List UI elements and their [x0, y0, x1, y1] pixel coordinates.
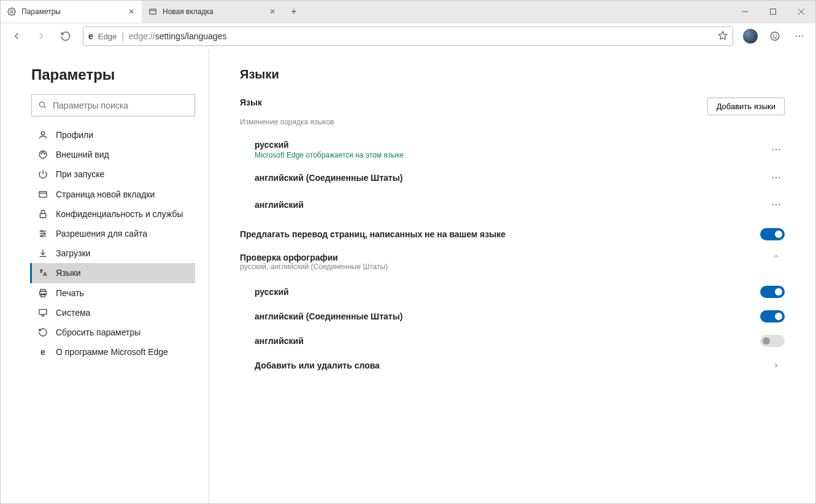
- sidebar-item-downloads[interactable]: Загрузки: [30, 243, 195, 263]
- svg-point-8: [771, 32, 779, 40]
- sidebar-item-reset[interactable]: Сбросить параметры: [30, 323, 195, 342]
- close-icon[interactable]: ✕: [127, 7, 136, 16]
- sidebar-item-label: О программе Microsoft Edge: [56, 346, 189, 357]
- svg-point-16: [41, 132, 44, 135]
- monitor-icon: [37, 307, 48, 318]
- sidebar-item-print[interactable]: Печать: [30, 283, 195, 303]
- svg-line-15: [44, 106, 46, 108]
- svg-rect-1: [150, 9, 156, 14]
- sidebar-item-label: Загрузки: [56, 248, 189, 259]
- sidebar-title: Параметры: [31, 66, 195, 83]
- settings-sidebar: Параметры Профили Внешний вид При запуск…: [1, 49, 209, 503]
- tab-newtab[interactable]: Новая вкладка ✕: [142, 1, 283, 23]
- page-title: Языки: [240, 67, 785, 82]
- settings-main: Языки Язык Добавить языки Изменение поря…: [209, 49, 815, 503]
- page-icon: [148, 7, 158, 17]
- add-languages-button[interactable]: Добавить языки: [707, 97, 785, 115]
- search-icon: [38, 101, 47, 111]
- sidebar-item-about[interactable]: e О программе Microsoft Edge: [30, 342, 195, 362]
- svg-rect-22: [39, 191, 47, 197]
- profile-button[interactable]: [739, 25, 761, 47]
- spellcheck-lang: английский (Соединенные Штаты): [255, 311, 760, 321]
- sidebar-item-label: Страница новой вкладки: [56, 189, 189, 200]
- refresh-button[interactable]: [55, 25, 77, 47]
- svg-point-11: [796, 36, 797, 37]
- feedback-button[interactable]: [764, 25, 786, 47]
- sliders-icon: [37, 228, 48, 239]
- svg-point-10: [776, 35, 777, 36]
- spellcheck-toggle[interactable]: [760, 286, 785, 298]
- sidebar-item-profiles[interactable]: Профили: [30, 125, 195, 145]
- address-bar[interactable]: e Edge | edge://settings/languages: [83, 26, 733, 46]
- svg-point-18: [41, 153, 42, 154]
- spellcheck-title: Проверка орфографии: [240, 253, 768, 262]
- app-label: Edge: [98, 32, 117, 41]
- menu-button[interactable]: [788, 25, 810, 47]
- svg-point-30: [41, 235, 43, 237]
- spellcheck-toggle[interactable]: [760, 310, 785, 323]
- lock-icon: [37, 208, 48, 219]
- person-icon: [37, 129, 48, 140]
- tab-strip: Параметры ✕ Новая вкладка ✕ +: [1, 1, 815, 23]
- sidebar-item-languages[interactable]: Языки: [30, 263, 195, 283]
- palette-icon: [37, 149, 48, 159]
- svg-point-43: [779, 177, 780, 178]
- edge-icon: e: [37, 346, 48, 357]
- tab-title: Параметры: [21, 7, 122, 16]
- translate-toggle[interactable]: [760, 228, 785, 240]
- language-section-title: Язык: [240, 97, 262, 107]
- printer-icon: [37, 288, 48, 298]
- more-options-button[interactable]: [768, 196, 785, 213]
- avatar: [743, 29, 758, 44]
- language-row: русский Microsoft Edge отображается на э…: [240, 135, 785, 164]
- dictionary-row[interactable]: Добавить или удалить слова: [240, 353, 785, 378]
- translate-label: Предлагать перевод страниц, написанных н…: [240, 229, 760, 239]
- sidebar-item-startup[interactable]: При запуске: [30, 164, 195, 184]
- close-window-button[interactable]: [787, 1, 815, 23]
- svg-point-28: [41, 231, 43, 232]
- sidebar-item-label: Система: [56, 307, 189, 318]
- svg-point-29: [44, 233, 45, 235]
- tab-settings[interactable]: Параметры ✕: [1, 1, 142, 23]
- spellcheck-row: русский: [240, 280, 785, 304]
- sidebar-item-appearance[interactable]: Внешний вид: [30, 145, 195, 164]
- svg-point-13: [802, 36, 803, 37]
- favorite-icon[interactable]: [718, 31, 728, 42]
- chevron-right-icon: [768, 362, 785, 369]
- language-row: английский: [240, 191, 785, 218]
- sidebar-item-privacy[interactable]: Конфиденциальность и службы: [30, 204, 195, 224]
- close-icon[interactable]: ✕: [268, 7, 277, 16]
- power-icon: [37, 169, 48, 179]
- maximize-button[interactable]: [759, 1, 787, 23]
- svg-point-42: [776, 177, 777, 178]
- back-button[interactable]: [6, 25, 28, 47]
- collapse-button[interactable]: [768, 253, 785, 260]
- page-icon: [37, 189, 48, 199]
- sidebar-item-site-permissions[interactable]: Разрешения для сайта: [30, 224, 195, 243]
- forward-button[interactable]: [30, 25, 52, 47]
- svg-point-44: [772, 204, 774, 205]
- sidebar-item-newtab[interactable]: Страница новой вкладки: [30, 185, 195, 204]
- more-options-button[interactable]: [768, 141, 785, 158]
- svg-point-14: [39, 102, 44, 107]
- minimize-button[interactable]: [731, 1, 759, 23]
- sidebar-item-system[interactable]: Система: [30, 303, 195, 323]
- more-options-button[interactable]: [768, 169, 785, 186]
- translate-setting-row: Предлагать перевод страниц, написанных н…: [240, 222, 785, 246]
- spellcheck-row: английский (Соединенные Штаты): [240, 304, 785, 329]
- svg-point-9: [773, 35, 774, 36]
- search-input[interactable]: [53, 101, 188, 110]
- download-icon: [37, 248, 48, 258]
- gear-icon: [7, 7, 17, 17]
- dictionary-label: Добавить или удалить слова: [255, 361, 768, 370]
- sidebar-item-label: Разрешения для сайта: [56, 228, 189, 239]
- spellcheck-sub: русский, английский (Соединенные Штаты): [240, 262, 768, 271]
- language-note: Microsoft Edge отображается на этом язык…: [255, 151, 404, 159]
- svg-point-19: [42, 152, 43, 153]
- spellcheck-toggle[interactable]: [760, 335, 785, 347]
- settings-search[interactable]: [31, 94, 195, 116]
- svg-point-39: [776, 149, 777, 150]
- new-tab-button[interactable]: +: [283, 1, 305, 23]
- svg-rect-35: [39, 309, 47, 314]
- svg-point-40: [779, 149, 780, 150]
